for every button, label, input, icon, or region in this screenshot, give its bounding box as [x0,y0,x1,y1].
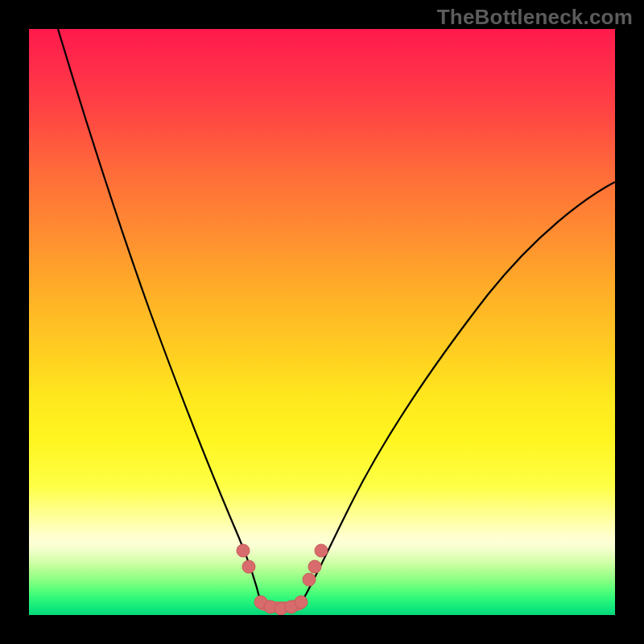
marker-dot [237,544,250,557]
marker-dot [295,596,308,609]
plot-area [29,29,615,615]
marker-dot [303,573,316,586]
right-curve-line [301,182,615,603]
marker-dot [315,544,328,557]
chart-svg [29,29,615,615]
chart-frame: TheBottleneck.com [0,0,644,644]
marker-dot [308,560,321,573]
marker-dot [242,560,255,573]
watermark-text: TheBottleneck.com [437,5,633,30]
left-curve-line [58,29,261,603]
